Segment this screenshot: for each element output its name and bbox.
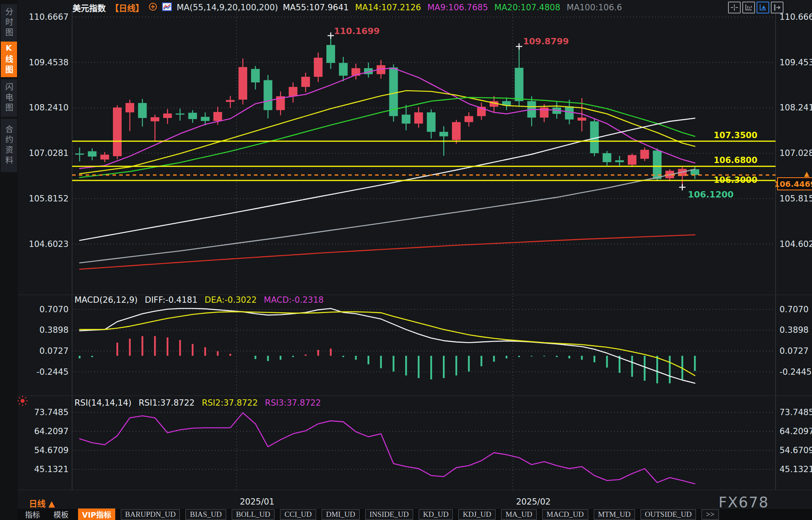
candle-body [602,153,611,162]
toolbar-tab-dmiud[interactable]: DMI_UD [322,509,360,520]
recording-indicator-icon [19,403,20,404]
toolbar-tab-kdud[interactable]: KD_UD [419,509,453,520]
price-tick-left: 104.6023 [17,239,69,249]
rsi-line [80,413,695,484]
toolbar-tab-cciud[interactable]: CCI_UD [280,509,316,520]
price-tick-right: 104.6023 [780,239,812,249]
toolbar-tab-[interactable]: >> [701,509,719,520]
macd-tick-right: 0.7070 [780,304,808,315]
ma-value-5: MA100:106.6 [567,3,622,12]
candle-body [314,58,322,77]
annotation-low: 106.1200 [688,190,734,199]
macd-tick-left: 0.7070 [17,304,69,315]
candle-body [238,67,247,99]
macd-title-row: MACD(26,12,9) DIFF:-0.4181 DEA:-0.3022 M… [74,295,324,305]
macd-value: MACD:-0.2318 [264,295,324,305]
rsi-tick-right: 45.1321 [780,464,812,474]
chart-header: 美元指数 【日线】 MA(55,14,9,20,100,200) MA55:10… [72,2,622,13]
rsi-title-row: RSI(14,14,14) RSI1:37.8722 RSI2:37.8722 … [74,398,321,408]
candle-body [226,100,234,102]
candle-body [578,118,586,121]
candle-body [75,154,84,155]
rsi-tick-left: 54.6709 [17,445,69,455]
macd-tick-right: -0.2445 [780,367,812,377]
recording-indicator-icon [21,399,25,403]
scale-axis-button[interactable] [742,2,755,13]
price-tick-right: 107.0281 [780,148,812,158]
x-axis-label-2: 2025/02 [516,497,551,507]
timeframe-selector[interactable]: 日线 ▲ [29,497,55,509]
price-tick-left: 110.6667 [17,12,69,22]
ma-value-1: MA55:107.9641 [283,3,349,12]
toolbar-tab-insideud[interactable]: INSIDE_UD [365,509,413,520]
candle-body [414,112,423,123]
candle-body [113,108,122,156]
candle-body [540,108,549,118]
crosshair-button[interactable] [728,2,741,13]
toolbar-tab-[interactable]: 模板 [50,509,72,520]
candle-body [188,113,197,119]
toolbar-tab-[interactable]: 指标 [21,509,44,520]
macd-tick-left: 0.3898 [17,325,69,335]
annotation-high2: 109.8799 [523,36,569,46]
macd-tick-left: -0.2445 [17,367,69,377]
candle-body [402,115,410,124]
candle-body [176,114,185,115]
toolbar-tab-biasud[interactable]: BIAS_UD [185,509,226,520]
rsi-tick-right: 73.7485 [780,407,812,418]
recording-indicator-icon [25,397,26,399]
indicator-tabbar: 指标模板VIP指标BARUPDN_UDBIAS_UDBOLL_UDCCI_UDD… [18,509,812,520]
toolbar-tab-bollud[interactable]: BOLL_UD [232,509,275,520]
price-tick-left: 108.2410 [17,102,69,113]
candle-body [126,103,134,112]
rsi1-value: RSI1:37.8722 [139,398,194,408]
toolbar-tab-outsideud[interactable]: OUTSIDE_UD [640,509,696,520]
candle-body [88,151,97,156]
toolbar-tab-mtmud[interactable]: MTM_UD [594,509,635,520]
trading-app: 分时图K线图闪电图合约资料 美元指数 【日线】 MA(55,14,9,20,10… [0,0,812,520]
price-tick-left: 105.8152 [17,194,69,204]
auto-fit-button[interactable] [757,2,769,13]
toolbar-tab-maud[interactable]: MA_UD [501,509,537,520]
toolbar-tab-macdud[interactable]: MACD_UD [542,509,588,520]
level-label-3: 106.3000 [673,175,757,185]
candle-body [301,77,310,87]
toolbar-tab-vip[interactable]: VIP指标 [78,509,115,520]
annotation-high: 110.1699 [334,26,380,36]
rsi-tick-left: 45.1321 [17,464,69,474]
price-arrow-icon[interactable]: ▲ [804,170,809,178]
rsi-tick-right: 64.2097 [780,426,812,436]
chart-style-icon[interactable] [162,2,172,13]
level-label-2: 106.6800 [673,156,757,165]
candle-body [264,80,273,110]
add-indicator-icon[interactable] [149,2,157,13]
candle-body [163,114,172,118]
macd-tick-right: 0.0727 [780,346,808,356]
price-tick-right: 110.6667 [780,12,812,22]
candle-body [439,132,448,136]
x-axis-label-1: 2025/01 [240,497,274,507]
candle-body [151,117,159,121]
candle-body [201,117,210,121]
chart-canvas[interactable] [0,0,812,520]
ma-params: MA(55,14,9,20,100,200) [177,3,278,12]
macd-tick-left: 0.0727 [17,346,69,356]
macd-title: MACD(26,12,9) [74,295,138,305]
macd-dea-value: DEA:-0.3022 [205,295,257,305]
price-tick-right: 105.8152 [780,194,812,204]
candle-body [326,45,335,63]
rsi-tick-right: 54.6709 [780,445,812,455]
ma-line-ma9 [80,68,695,169]
toolbar-tab-barupdnud[interactable]: BARUPDN_UD [121,509,180,520]
ma-value-2: MA14:107.2126 [355,3,421,12]
toolbar-tab-kdjud[interactable]: KDJ_UD [458,509,496,520]
macd-diff-line [80,309,695,383]
period-tag[interactable]: 【日线】 [111,2,144,13]
chart-toolbar [728,2,783,13]
ma-value-3: MA9:106.7685 [427,3,488,12]
price-tick-left: 109.4538 [17,57,69,68]
price-tick-right: 108.2410 [780,102,812,113]
symbol-name: 美元指数 [72,2,106,13]
candle-body [465,116,473,122]
candle-body [100,155,109,159]
